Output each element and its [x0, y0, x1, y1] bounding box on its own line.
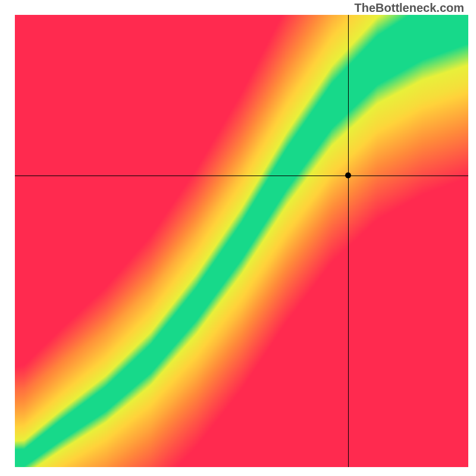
chart-container: TheBottleneck.com	[0, 0, 476, 476]
watermark-text: TheBottleneck.com	[355, 1, 464, 15]
bottleneck-heatmap-canvas	[0, 0, 476, 476]
